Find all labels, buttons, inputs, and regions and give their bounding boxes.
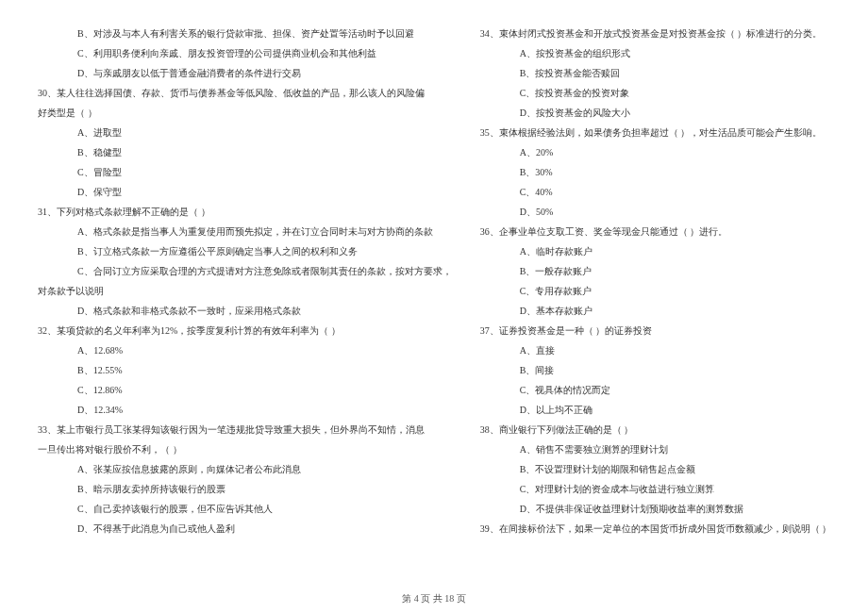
question-38: 38、商业银行下列做法正确的是（ ） bbox=[480, 420, 832, 439]
question-37: 37、证券投资基金是一种（ ）的证券投资 bbox=[480, 321, 832, 340]
option-text: B、订立格式条款一方应遵循公平原则确定当事人之间的权利和义务 bbox=[38, 241, 452, 261]
option-text: C、专用存款账户 bbox=[480, 281, 832, 301]
option-text: C、对理财计划的资金成本与收益进行独立测算 bbox=[480, 479, 832, 499]
option-text: B、30% bbox=[480, 162, 832, 182]
option-text: B、对涉及与本人有利害关系的银行贷款审批、担保、资产处置等活动时予以回避 bbox=[38, 24, 452, 43]
question-39: 39、在间接标价法下，如果一定单位的本国货币折成外国货币数额减少，则说明（ ） bbox=[480, 519, 832, 538]
option-text: C、利用职务便利向亲戚、朋友投资管理的公司提供商业机会和其他利益 bbox=[38, 43, 452, 63]
option-text: C、冒险型 bbox=[38, 162, 452, 182]
option-text: B、间接 bbox=[480, 360, 832, 380]
option-text: D、基本存款账户 bbox=[480, 301, 832, 321]
option-text: B、不设置理财计划的期限和销售起点金额 bbox=[480, 459, 832, 479]
option-text: D、12.34% bbox=[38, 400, 452, 420]
option-text: B、稳健型 bbox=[38, 142, 452, 162]
option-text: C、视具体的情况而定 bbox=[480, 380, 832, 400]
option-text: B、一般存款账户 bbox=[480, 261, 832, 281]
option-text: D、按投资基金的风险大小 bbox=[480, 103, 832, 123]
left-column: B、对涉及与本人有利害关系的银行贷款审批、担保、资产处置等活动时予以回避 C、利… bbox=[38, 24, 452, 538]
option-text: B、暗示朋友卖掉所持该银行的股票 bbox=[38, 479, 452, 499]
option-text: A、12.68% bbox=[38, 340, 452, 360]
option-text: C、合同订立方应采取合理的方式提请对方注意免除或者限制其责任的条款，按对方要求， bbox=[38, 261, 452, 281]
option-text: A、直接 bbox=[480, 340, 832, 360]
option-text: D、保守型 bbox=[38, 182, 452, 202]
option-text: D、格式条款和非格式条款不一致时，应采用格式条款 bbox=[38, 301, 452, 321]
question-32: 32、某项贷款的名义年利率为12%，按季度复利计算的有效年利率为（ ） bbox=[38, 321, 452, 340]
option-text: A、按投资基金的组织形式 bbox=[480, 43, 832, 63]
option-text-cont: 对条款予以说明 bbox=[38, 281, 452, 301]
option-text: D、50% bbox=[480, 202, 832, 222]
option-text: A、临时存款账户 bbox=[480, 241, 832, 261]
question-31: 31、下列对格式条款理解不正确的是（ ） bbox=[38, 202, 452, 222]
question-36: 36、企事业单位支取工资、奖金等现金只能通过（ ）进行。 bbox=[480, 222, 832, 241]
question-34: 34、束体封闭式投资基金和开放式投资基金是对投资基金按（ ）标准进行的分类。 bbox=[480, 24, 832, 43]
option-text: C、40% bbox=[480, 182, 832, 202]
option-text: C、12.86% bbox=[38, 380, 452, 400]
option-text: D、不得基于此消息为自己或他人盈利 bbox=[38, 519, 452, 538]
question-33: 33、某上市银行员工张某得知该银行因为一笔违规批贷导致重大损失，但外界尚不知情，… bbox=[38, 420, 452, 439]
option-text: A、销售不需要独立测算的理财计划 bbox=[480, 439, 832, 459]
question-33-cont: 一旦传出将对银行股价不利，（ ） bbox=[38, 439, 452, 459]
option-text: D、与亲戚朋友以低于普通金融消费者的条件进行交易 bbox=[38, 63, 452, 83]
option-text: A、进取型 bbox=[38, 123, 452, 142]
option-text: A、20% bbox=[480, 142, 832, 162]
question-30: 30、某人往往选择国债、存款、货币与债券基金等低风险、低收益的产品，那么该人的风… bbox=[38, 83, 452, 103]
right-column: 34、束体封闭式投资基金和开放式投资基金是对投资基金按（ ）标准进行的分类。 A… bbox=[480, 24, 832, 538]
option-text: B、12.55% bbox=[38, 360, 452, 380]
option-text: A、格式条款是指当事人为重复使用而预先拟定，并在订立合同时未与对方协商的条款 bbox=[38, 222, 452, 241]
option-text: A、张某应按信息披露的原则，向媒体记者公布此消息 bbox=[38, 459, 452, 479]
page-footer: 第 4 页 共 18 页 bbox=[0, 592, 868, 605]
question-30-cont: 好类型是（ ） bbox=[38, 103, 452, 123]
option-text: C、自己卖掉该银行的股票，但不应告诉其他人 bbox=[38, 499, 452, 519]
option-text: D、以上均不正确 bbox=[480, 400, 832, 420]
question-35: 35、束体根据经验法则，如果债务负担率超过（ ），对生活品质可能会产生影响。 bbox=[480, 123, 832, 142]
option-text: C、按投资基金的投资对象 bbox=[480, 83, 832, 103]
option-text: D、不提供非保证收益理财计划预期收益率的测算数据 bbox=[480, 499, 832, 519]
option-text: B、按投资基金能否赎回 bbox=[480, 63, 832, 83]
